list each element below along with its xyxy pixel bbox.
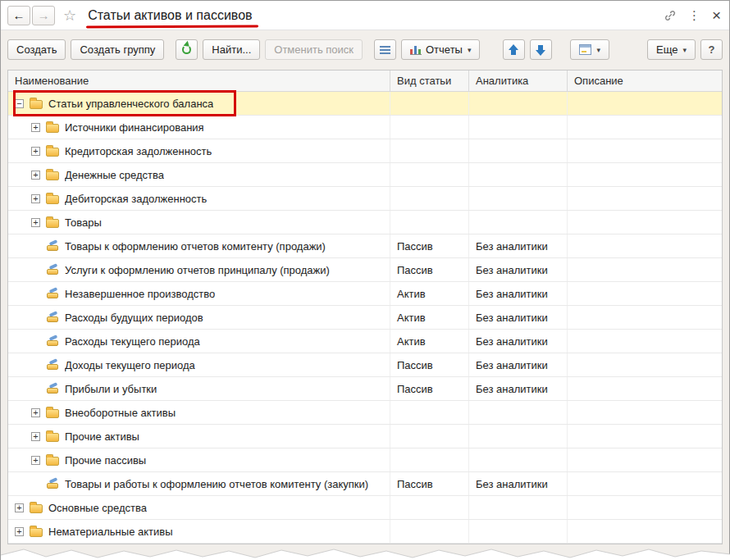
expand-icon[interactable]: + [31,456,40,465]
move-down-button[interactable] [530,39,552,60]
cell-name: Товары к оформлению отчетов комитенту (п… [8,234,390,257]
cell-name: Расходы будущих периодов [8,306,390,329]
folder-icon [46,124,59,133]
table-row[interactable]: +Источники финансирования [8,116,722,139]
column-header-article-type[interactable]: Вид статьи [390,71,469,91]
cell-name: Товары и работы к оформлению отчетов ком… [8,472,390,495]
cell-article-type [390,496,469,519]
toolbar: Создать Создать группу Найти... Отменить… [1,30,729,69]
list-icon [380,45,390,55]
row-label: Услуги к оформлению отчетов принципалу (… [65,264,330,276]
cell-analytics [469,211,568,234]
cell-name: +Основные средства [8,496,390,519]
forward-button[interactable]: → [32,6,55,25]
cell-name: Прибыли и убытки [8,377,390,400]
expand-icon[interactable]: + [31,194,40,203]
more-menu-icon[interactable]: ⋮ [688,9,700,21]
cell-description [568,282,722,305]
expand-icon[interactable]: + [15,503,24,512]
cell-name: +Нематериальные активы [8,520,390,543]
folder-icon [46,171,59,180]
refresh-button[interactable] [176,39,198,60]
favorite-star-icon[interactable]: ☆ [63,7,76,25]
create-button[interactable]: Создать [7,39,66,60]
cell-article-type [390,401,469,424]
cancel-search-button[interactable]: Отменить поиск [265,39,363,60]
cell-description [568,377,722,400]
move-up-button[interactable] [503,39,525,60]
arrow-up-icon [508,44,520,56]
cell-name: +Внеоборотные активы [8,401,390,424]
reports-button[interactable]: Отчеты ▾ [401,39,480,60]
cell-analytics [469,92,568,115]
collapse-icon[interactable]: − [15,99,24,108]
list-view-button[interactable] [374,39,396,60]
cell-article-type [390,92,469,115]
table-row[interactable]: Расходы будущих периодовАктивБез аналити… [8,306,722,330]
cell-article-type: Пассив [390,472,469,495]
cell-article-type: Актив [390,282,469,305]
table-row[interactable]: +Дебиторская задолженность [8,187,722,211]
expand-icon[interactable]: + [31,147,40,156]
table-body: −Статьи управленческого баланса+Источник… [8,92,722,544]
link-icon[interactable] [664,9,677,22]
table-row[interactable]: −Статьи управленческого баланса [8,92,722,116]
cell-description [568,425,722,448]
find-button[interactable]: Найти... [203,39,260,60]
cell-name: +Кредиторская задолженность [8,139,390,162]
table-row[interactable]: +Прочие активы [8,425,722,448]
expand-icon[interactable]: + [31,123,40,132]
cell-analytics [469,139,568,162]
row-label: Нематериальные активы [48,526,173,538]
column-header-analytics[interactable]: Аналитика [469,71,568,91]
table-row[interactable]: Товары к оформлению отчетов комитенту (п… [8,234,722,258]
chevron-down-icon: ▾ [596,46,600,54]
table-row[interactable]: +Кредиторская задолженность [8,139,722,163]
more-button-label: Еще [656,43,678,56]
expand-icon[interactable]: + [31,408,40,417]
list-table: Наименование Вид статьи Аналитика Описан… [7,70,723,544]
create-group-button[interactable]: Создать группу [71,39,164,60]
cell-analytics [469,187,568,210]
table-row[interactable]: Товары и работы к оформлению отчетов ком… [8,472,722,496]
expand-icon[interactable]: + [15,527,24,536]
table-row[interactable]: +Нематериальные активы [8,520,722,544]
expand-icon[interactable]: + [31,432,40,441]
expand-icon[interactable]: + [31,218,40,227]
cell-name: +Дебиторская задолженность [8,187,390,210]
row-label: Дебиторская задолженность [65,193,207,205]
back-button[interactable]: ← [7,6,30,25]
column-header-description[interactable]: Описание [568,71,722,91]
table-row[interactable]: +Внеоборотные активы [8,401,722,425]
row-label: Кредиторская задолженность [65,145,212,157]
table-row[interactable]: Прибыли и убыткиПассивБез аналитики [8,377,722,401]
expand-icon[interactable]: + [31,171,40,180]
create-group-button-label: Создать группу [80,43,155,56]
window-controls: ⋮ × [664,7,723,23]
help-button[interactable]: ? [700,39,723,60]
row-label: Прочие активы [65,430,139,443]
table-row[interactable]: Услуги к оформлению отчетов принципалу (… [8,258,722,282]
table-row[interactable]: Доходы текущего периодаПассивБез аналити… [8,353,722,377]
more-button[interactable]: Еще ▾ [647,39,696,60]
folder-icon [30,100,43,109]
cell-name: −Статьи управленческого баланса [8,92,390,115]
close-icon[interactable]: × [712,7,721,23]
row-label: Денежные средства [65,169,164,181]
cell-name: +Товары [8,211,390,234]
table-row[interactable]: +Прочие пассивы [8,448,722,472]
item-icon [46,335,59,347]
cell-article-type [390,139,469,162]
form-settings-button[interactable]: ▾ [570,39,609,60]
table-row[interactable]: Незавершенное производствоАктивБез анали… [8,282,722,306]
table-row[interactable]: +Товары [8,211,722,234]
help-button-label: ? [709,43,715,56]
row-label: Внеоборотные активы [65,407,176,419]
table-row[interactable]: Расходы текущего периодаАктивБез аналити… [8,330,722,353]
table-row[interactable]: +Основные средства [8,496,722,520]
folder-icon [46,148,59,157]
cell-article-type: Пассив [390,258,469,281]
column-header-name[interactable]: Наименование [8,71,390,91]
table-row[interactable]: +Денежные средства [8,163,722,187]
app-window: ← → ☆ Статьи активов и пассивов ⋮ × [0,0,730,560]
